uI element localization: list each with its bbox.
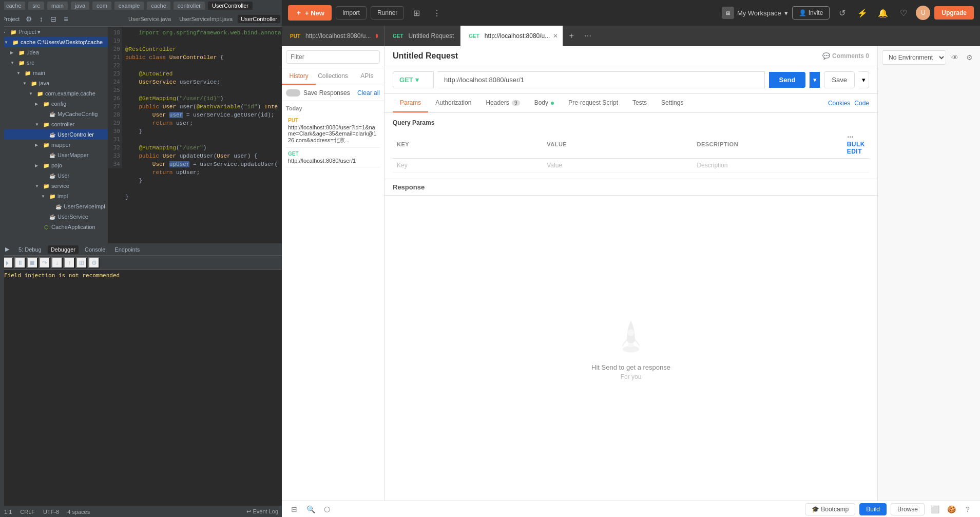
tree-item-cache[interactable]: ▼ 📁 cache C:\Users\a\Desktop\cache — [0, 37, 108, 47]
tree-item-user[interactable]: ☕ User — [0, 170, 108, 181]
tree-item-mycache[interactable]: ☕ MyCacheConfig — [0, 109, 108, 119]
debug-stepout[interactable]: ↑ — [64, 257, 75, 269]
workspace-selector[interactable]: ⊞ My Workspace ▾ — [722, 7, 788, 19]
ide-tab-src[interactable]: src — [28, 2, 44, 10]
tab-tests[interactable]: Tests — [625, 94, 654, 112]
tab-headers[interactable]: Headers 9 — [478, 94, 527, 112]
tab-prerequest[interactable]: Pre-request Script — [561, 94, 625, 112]
save-dropdown[interactable]: ▾ — [859, 71, 869, 88]
tab-settings[interactable]: Settings — [654, 94, 690, 112]
tree-item-config[interactable]: ▶ 📁 config — [0, 99, 108, 109]
debug-stepover[interactable]: ↷ — [39, 257, 50, 269]
bottom-search-icon[interactable]: 🔍 — [304, 503, 317, 515]
sidebar-search-input[interactable] — [286, 50, 380, 64]
tree-item-usercontroller[interactable]: ☕ UserController — [0, 129, 108, 140]
env-eye-icon[interactable]: 👁 — [948, 50, 961, 65]
clear-all-btn[interactable]: Clear all — [357, 89, 380, 97]
tab-close-button[interactable]: ✕ — [553, 32, 558, 40]
invite-button[interactable]: 👤 Invite — [792, 6, 830, 20]
tree-item-src[interactable]: ▼ 📁 src — [0, 58, 108, 68]
tree-item-mapper-pkg[interactable]: ▶ 📁 mapper — [0, 140, 108, 150]
debug-settings[interactable]: ⚙ — [88, 257, 100, 269]
tree-item-userservice[interactable]: ☕ UserService — [0, 212, 108, 222]
new-button[interactable]: ＋ + New — [288, 5, 332, 21]
history-item-get[interactable]: GET http://localhost:8080/user/1 — [286, 148, 380, 167]
build-button[interactable]: Build — [859, 503, 887, 515]
avatar[interactable]: U — [916, 6, 930, 20]
send-dropdown[interactable]: ▾ — [810, 72, 820, 88]
ide-tab-java[interactable]: java — [71, 2, 89, 10]
save-responses-toggle[interactable] — [286, 89, 300, 97]
help-icon[interactable]: ? — [962, 503, 974, 515]
grid-button[interactable]: ⋮ — [429, 5, 445, 21]
toolbar-btn-1[interactable]: ⚙ — [24, 14, 34, 24]
cookie-icon[interactable]: 🍪 — [945, 503, 957, 515]
debug-pause[interactable]: ⏸ — [14, 257, 26, 269]
sidebar-nav-history[interactable]: History — [282, 68, 316, 85]
debug-stepinto[interactable]: ↓ — [51, 257, 63, 269]
bulk-edit-link[interactable]: Bulk Edit — [847, 141, 865, 155]
tab-authorization[interactable]: Authorization — [428, 94, 478, 112]
sidebar-nav-apis[interactable]: APIs — [350, 68, 384, 85]
event-log[interactable]: ↩ Event Log — [246, 508, 278, 515]
tab-params[interactable]: Params — [393, 94, 428, 112]
ide-tab-main[interactable]: main — [47, 2, 68, 10]
method-selector[interactable]: GET ▾ — [393, 71, 434, 88]
add-tab-button[interactable]: + — [563, 26, 580, 46]
tree-item-service[interactable]: ▼ 📁 service — [0, 181, 108, 191]
toolbar-btn-4[interactable]: ≡ — [61, 14, 71, 24]
history-item-put[interactable]: PUT http://localhost:8080/user?id=1&name… — [286, 114, 380, 148]
runner-more-button[interactable]: ⊞ — [408, 5, 425, 21]
heart-button[interactable]: ♡ — [895, 5, 912, 21]
bottom-layout-icon[interactable]: ⊟ — [288, 503, 300, 515]
sidebar-nav-collections[interactable]: Collections — [316, 68, 350, 85]
tree-item-impl[interactable]: ▼ 📁 impl — [0, 191, 108, 201]
tab-body[interactable]: Body — [527, 94, 562, 112]
tab-get-active[interactable]: GET http://localhost:8080/u... ✕ — [460, 26, 563, 46]
runner-button[interactable]: Runner — [371, 6, 404, 20]
send-button[interactable]: Send — [769, 72, 806, 88]
tab-get-untitled[interactable]: GET Untitled Request — [385, 26, 460, 46]
expand-icon[interactable]: ⬜ — [929, 503, 941, 515]
file-tab-usercontroller[interactable]: UserController — [238, 15, 280, 23]
tree-item-project[interactable]: ▶ 📁 Project ▾ — [0, 27, 108, 37]
sync-button[interactable]: ↺ — [834, 5, 850, 21]
tree-item-com[interactable]: ▼ 📁 com.example.cache — [0, 88, 108, 99]
param-value-input[interactable] — [547, 162, 688, 169]
console-tab[interactable]: Console — [82, 245, 108, 254]
lightning-button[interactable]: ⚡ — [854, 5, 871, 21]
import-button[interactable]: Import — [336, 6, 367, 20]
tree-item-pojo[interactable]: ▶ 📁 pojo — [0, 160, 108, 170]
upgrade-button[interactable]: Upgrade — [934, 6, 974, 20]
tree-item-userserviceimpl[interactable]: ☕ UserServiceImpl — [0, 201, 108, 212]
ide-tab-controller[interactable]: controller — [174, 2, 205, 10]
ide-tab-cache[interactable]: cache — [2, 2, 25, 10]
tree-item-java[interactable]: ▼ 📁 java — [0, 78, 108, 88]
ide-tab-usercontroller[interactable]: UserController — [208, 2, 253, 10]
param-key-input[interactable] — [397, 162, 539, 169]
tree-item-main[interactable]: ▼ 📁 main — [0, 68, 108, 78]
tree-item-usermapper[interactable]: ☕ UserMapper — [0, 150, 108, 160]
ide-tab-com[interactable]: com — [92, 2, 111, 10]
debug-frames[interactable]: ⊞ — [76, 257, 87, 269]
env-settings-icon[interactable]: ⚙ — [963, 50, 976, 65]
code-link[interactable]: Code — [854, 100, 869, 107]
browse-button[interactable]: Browse — [891, 503, 925, 515]
debug-stop[interactable]: ⏹ — [27, 257, 38, 269]
endpoints-tab[interactable]: Endpoints — [111, 245, 143, 254]
ide-tab-example[interactable]: example — [114, 2, 144, 10]
environment-selector[interactable]: No Environment — [882, 50, 946, 65]
bootcamp-button[interactable]: 🎓 Bootcamp — [805, 503, 855, 515]
file-tab-userserviceimpl[interactable]: UserServiceImpl.java — [176, 15, 236, 23]
tree-item-idea[interactable]: ▶ 📁 .idea — [0, 47, 108, 58]
bell-button[interactable]: 🔔 — [875, 5, 891, 21]
more-tabs-button[interactable]: ⋯ — [580, 26, 596, 46]
bottom-browser-icon[interactable]: ⬡ — [321, 503, 333, 515]
cookies-link[interactable]: Cookies — [828, 100, 850, 107]
tree-item-cacheapp[interactable]: ⬡ CacheApplication — [0, 222, 108, 232]
url-input[interactable] — [438, 71, 765, 88]
toolbar-btn-3[interactable]: ⊟ — [48, 14, 59, 24]
tree-item-controller[interactable]: ▼ 📁 controller — [0, 119, 108, 129]
param-desc-input[interactable] — [697, 162, 838, 169]
tab-put-request[interactable]: PUT http://localhost:8080/u... — [282, 26, 385, 46]
